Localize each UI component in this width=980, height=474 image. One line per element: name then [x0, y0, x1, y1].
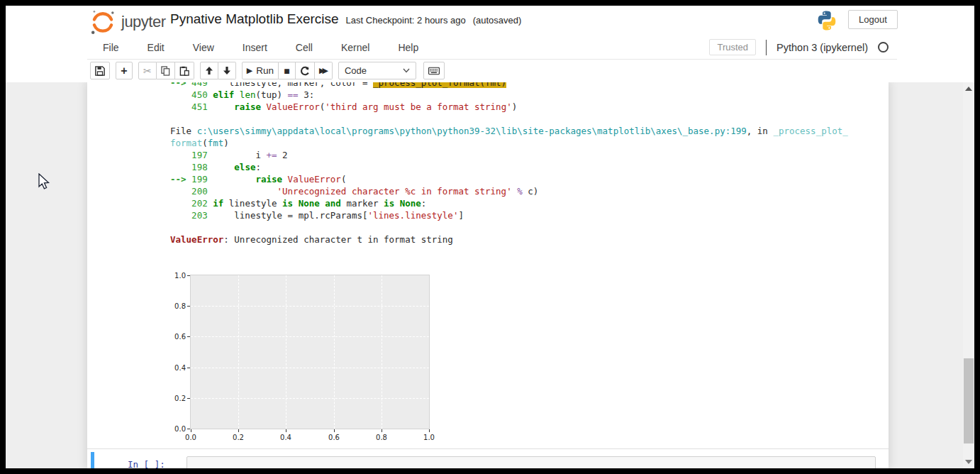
y-tick-label: 0.0: [174, 425, 186, 433]
matplotlib-figure: 0.00.20.40.60.81.00.00.20.40.60.81.0: [190, 275, 430, 429]
gridline-h: [191, 398, 429, 399]
header: jupyter Pynative Matplotlib Exercise Las…: [6, 6, 974, 35]
traceback-output: --> 449 linestyle, marker, color = _proc…: [170, 82, 848, 246]
keyboard-icon: [428, 67, 440, 75]
scrollbar-up-arrow-icon[interactable]: [965, 87, 972, 91]
y-tick-mark: [187, 429, 190, 429]
cell-divider: [87, 448, 889, 449]
y-tick-label: 0.8: [174, 302, 186, 310]
move-up-icon: [205, 66, 213, 75]
move-cell-down-button[interactable]: [218, 62, 236, 79]
paste-cell-button[interactable]: [175, 62, 194, 79]
run-cell-button[interactable]: ▶ Run: [242, 62, 279, 79]
y-tick-mark: [187, 275, 190, 276]
toolbar: + ✂: [90, 62, 450, 79]
code-cell-input[interactable]: [186, 456, 876, 468]
gridline-v: [238, 275, 239, 429]
trusted-badge[interactable]: Trusted: [709, 39, 756, 55]
gridline-v: [334, 275, 335, 429]
restart-icon: [300, 66, 310, 76]
jupyter-logo[interactable]: jupyter: [89, 9, 166, 35]
menu-item-view[interactable]: View: [183, 38, 224, 57]
x-tick-mark: [334, 429, 335, 432]
x-tick-label: 0.0: [185, 434, 196, 441]
notebook-scroll-area: --> 449 linestyle, marker, color = _proc…: [6, 82, 974, 468]
menu-item-edit[interactable]: Edit: [138, 38, 174, 57]
kernel-idle-indicator-icon: [878, 42, 889, 53]
selected-cell-indicator: [91, 452, 94, 468]
menubar-row: FileEditViewInsertCellKernelHelp Trusted…: [6, 35, 974, 60]
menu-item-insert[interactable]: Insert: [233, 38, 277, 57]
y-tick-label: 0.4: [174, 364, 186, 372]
jupyter-notebook-window: jupyter Pynative Matplotlib Exercise Las…: [6, 6, 974, 468]
gridline-v: [286, 275, 286, 429]
restart-kernel-button[interactable]: [296, 62, 315, 79]
stop-icon: ■: [284, 65, 289, 77]
vertical-scrollbar[interactable]: [963, 82, 974, 468]
x-tick-mark: [286, 429, 286, 432]
restart-run-all-button[interactable]: ▶▶: [315, 62, 333, 79]
cut-cell-button[interactable]: ✂: [138, 62, 157, 79]
jupyter-logo-icon: [89, 9, 117, 35]
save-button[interactable]: [90, 62, 110, 79]
chevron-down-icon: [403, 68, 410, 73]
gridline-v: [382, 275, 382, 429]
gridline-h: [191, 336, 429, 337]
logout-button[interactable]: Logout: [848, 10, 898, 29]
x-tick-label: 1.0: [423, 434, 435, 441]
fast-forward-icon: ▶▶: [319, 66, 328, 75]
save-icon: [95, 66, 105, 76]
menubar: FileEditViewInsertCellKernelHelp Trusted…: [87, 35, 897, 60]
x-tick-label: 0.4: [280, 434, 291, 441]
x-tick-mark: [429, 429, 430, 432]
notebook-container: --> 449 linestyle, marker, color = _proc…: [87, 82, 889, 468]
cell-type-value: Code: [345, 65, 367, 76]
run-button-label: Run: [256, 65, 274, 76]
x-tick-label: 0.2: [233, 434, 244, 441]
paste-icon: [179, 66, 189, 76]
jupyter-logo-text: jupyter: [121, 13, 166, 31]
y-tick-label: 1.0: [174, 272, 186, 280]
copy-icon: [161, 66, 170, 76]
add-cell-button[interactable]: +: [116, 62, 133, 79]
y-tick-mark: [187, 398, 190, 399]
cut-icon: ✂: [143, 65, 152, 77]
menu-item-help[interactable]: Help: [388, 38, 428, 57]
gridline-h: [191, 306, 429, 307]
plot-axes: 0.00.20.40.60.81.00.00.20.40.60.81.0: [190, 275, 430, 429]
y-tick-mark: [187, 306, 190, 307]
y-tick-label: 0.6: [174, 333, 186, 341]
notebook-title[interactable]: Pynative Matplotlib Exercise: [170, 11, 339, 27]
y-tick-mark: [187, 336, 190, 337]
move-down-icon: [223, 66, 231, 75]
x-tick-label: 0.6: [328, 434, 340, 441]
run-icon: ▶: [247, 66, 252, 75]
scrollbar-down-arrow-icon[interactable]: [965, 460, 972, 464]
x-tick-mark: [382, 429, 382, 432]
python-logo-icon: [815, 9, 838, 33]
menu-item-cell[interactable]: Cell: [286, 38, 323, 57]
kernel-divider: [766, 40, 767, 55]
menu-item-kernel[interactable]: Kernel: [331, 38, 379, 57]
menu-item-file[interactable]: File: [93, 38, 129, 57]
y-tick-mark: [187, 368, 190, 368]
copy-cell-button[interactable]: [157, 62, 175, 79]
autosave-status: (autosaved): [473, 15, 522, 26]
x-tick-mark: [191, 429, 191, 432]
interrupt-kernel-button[interactable]: ■: [279, 62, 296, 79]
kernel-name: Python 3 (ipykernel): [776, 42, 868, 53]
cell-type-select[interactable]: Code: [338, 62, 416, 79]
menubar-items: FileEditViewInsertCellKernelHelp: [87, 38, 437, 57]
checkpoint-status: Last Checkpoint: 2 hours ago: [346, 15, 466, 26]
gridline-h: [191, 368, 429, 368]
x-tick-label: 0.8: [376, 434, 387, 441]
y-tick-label: 0.2: [174, 395, 186, 402]
toolbar-row: + ✂: [6, 60, 974, 82]
input-prompt: In [ ]:: [128, 459, 165, 468]
command-palette-button[interactable]: [423, 62, 445, 79]
scrollbar-thumb[interactable]: [964, 358, 974, 443]
add-cell-icon: +: [121, 65, 127, 77]
move-cell-up-button[interactable]: [200, 62, 218, 79]
x-tick-mark: [238, 429, 239, 432]
